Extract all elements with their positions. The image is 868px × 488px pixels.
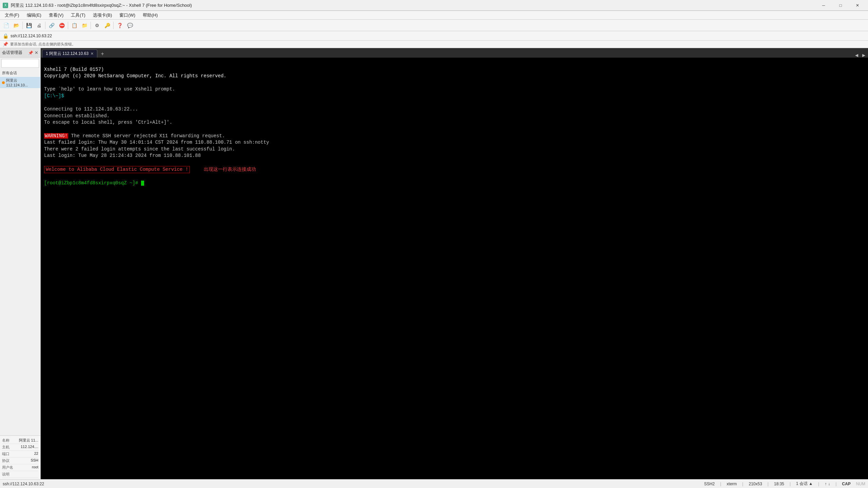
tab-1-close[interactable]: ✕	[91, 52, 94, 56]
status-transfer-icons: ↑ ↓	[825, 482, 830, 486]
terminal-line-warning: WARNING! The remote SSH server rejected …	[44, 133, 225, 139]
menu-view[interactable]: 查看(V)	[45, 11, 67, 19]
status-time-value: 18:35	[774, 482, 784, 486]
terminal-line-2: Copyright (c) 2020 NetSarang Computer, I…	[44, 73, 226, 79]
sidebar-pin-icon[interactable]: 📌	[28, 50, 33, 55]
terminal-line-failed-attempts: There were 2 failed login attempts since…	[44, 146, 235, 152]
toolbar-key-mgr[interactable]: 🔑	[102, 21, 112, 30]
tab-nav-right[interactable]: ▶	[861, 53, 867, 58]
terminal-line-escape: To escape to local shell, press 'Ctrl+Al…	[44, 120, 172, 125]
tab-1[interactable]: 1 阿里云 112.124.10.63 ✕	[42, 49, 97, 58]
info-label-protocol: 协议	[2, 458, 9, 463]
app-icon: X	[3, 3, 8, 8]
info-label-port: 端口	[2, 451, 9, 456]
terminal-content[interactable]: Xshell 7 (Build 0157) Copyright (c) 2020…	[41, 58, 868, 479]
download-icon: ↓	[828, 482, 830, 486]
status-connection: ssh://112.124.10.63:22	[3, 482, 700, 486]
toolbar-disconnect[interactable]: ⛔	[57, 21, 66, 30]
menu-edit[interactable]: 编辑(E)	[23, 11, 45, 19]
terminal-line-4: Type `help' to learn how to use Xshell p…	[44, 86, 175, 92]
menu-file[interactable]: 文件(F)	[1, 11, 23, 19]
status-sep-1: |	[720, 482, 721, 486]
info-row-name: 名称 阿里云 11...	[2, 437, 38, 444]
prompt-text: [root@iZbp1c8m4fd8sxirpxq0sqZ ~]#	[44, 180, 141, 186]
address-bar: 🔒 ssh://112.124.10.63:22	[0, 31, 868, 41]
menu-help[interactable]: 帮助(H)	[139, 11, 161, 19]
session-active-dot	[2, 81, 5, 84]
terminal-cursor	[141, 181, 144, 186]
toolbar-print[interactable]: 🖨	[34, 21, 44, 30]
info-label-host: 主机	[2, 445, 9, 450]
toolbar-settings[interactable]: ⚙	[92, 21, 102, 30]
terminal-area: 1 阿里云 112.124.10.63 ✕ + ◀ ▶ Xshell 7 (Bu…	[41, 48, 868, 479]
info-label-username: 用户名	[2, 465, 13, 470]
toolbar-sep-4	[91, 22, 91, 29]
info-row-host: 主机 112.124....	[2, 444, 38, 451]
session-name: 阿里云 112.124.10...	[6, 78, 38, 87]
status-sep-6: |	[835, 482, 836, 486]
toolbar-sep-1	[22, 22, 23, 29]
welcome-box: Welcome to Alibaba Cloud Elastic Compute…	[44, 166, 190, 174]
info-value-host: 112.124....	[21, 445, 38, 450]
session-info-panel: 名称 阿里云 11... 主机 112.124.... 端口 22 协议 SSH…	[0, 435, 40, 479]
info-row-username: 用户名 root	[2, 464, 38, 471]
toolbar-open[interactable]: 📂	[12, 21, 21, 30]
tab-nav-left[interactable]: ◀	[854, 53, 860, 58]
info-row-protocol: 协议 SSH	[2, 458, 38, 464]
tab-bar: 1 阿里云 112.124.10.63 ✕ + ◀ ▶	[41, 48, 868, 58]
session-item-alicloud[interactable]: 阿里云 112.124.10...	[0, 77, 40, 88]
toolbar-session-mgr[interactable]: 📋	[70, 21, 79, 30]
session-manager-sidebar: 会话管理器 📌 ✕ 🔍 所有会话 阿里云 112.124.10... 名称 阿里…	[0, 48, 41, 479]
status-encoding-value: xterm	[727, 482, 737, 486]
status-sep-2: |	[742, 482, 743, 486]
terminal-line-last-login: Last login: Tue May 28 21:24:43 2024 fro…	[44, 153, 201, 158]
terminal-line-prompt: [root@iZbp1c8m4fd8sxirpxq0sqZ ~]#	[44, 180, 144, 186]
title-bar: X 阿里云 112.124.10.63 - root@iZbp1c8m4fd8s…	[0, 0, 868, 11]
toolbar-transfer[interactable]: 📁	[80, 21, 89, 30]
status-sessions: 1 会话 ▲	[796, 481, 813, 487]
sidebar-header: 会话管理器 📌 ✕	[0, 48, 40, 58]
toolbar-save[interactable]: 💾	[24, 21, 34, 30]
info-label-note: 说明	[2, 472, 9, 477]
status-sep-4: |	[790, 482, 791, 486]
sidebar-close-icon[interactable]: ✕	[35, 50, 38, 55]
all-sessions-item[interactable]: 所有会话	[0, 69, 40, 77]
close-button[interactable]: ✕	[850, 0, 865, 11]
info-value-username: root	[32, 465, 38, 470]
status-protocol-value: SSH2	[704, 482, 715, 486]
minimize-button[interactable]: ─	[816, 0, 831, 11]
tab-add-button[interactable]: +	[99, 50, 106, 58]
toolbar-connect[interactable]: 🔗	[47, 21, 56, 30]
status-sep-5: |	[818, 482, 819, 486]
menu-bar: 文件(F) 编辑(E) 查看(V) 工具(T) 选项卡(B) 窗口(W) 帮助(…	[0, 11, 868, 20]
toolbar-help[interactable]: ❓	[115, 21, 124, 30]
tab-1-label: 1 阿里云 112.124.10.63	[46, 51, 88, 57]
success-note: 出现这一行表示连接成功	[204, 167, 256, 172]
toolbar: 📄 📂 💾 🖨 🔗 ⛔ 📋 📁 ⚙ 🔑 ❓ 💬	[0, 20, 868, 31]
toolbar-sep-3	[68, 22, 68, 29]
sidebar-search-box[interactable]: 🔍	[1, 59, 39, 68]
status-encoding: xterm	[727, 482, 737, 486]
menu-tools[interactable]: 工具(T)	[67, 11, 89, 19]
lock-icon: 🔒	[3, 33, 8, 39]
terminal-line-1: Xshell 7 (Build 0157)	[44, 67, 104, 72]
status-protocol: SSH2	[704, 482, 715, 486]
terminal-line-connecting: Connecting to 112.124.10.63:22...	[44, 106, 138, 112]
toolbar-chat[interactable]: 💬	[125, 21, 135, 30]
info-value-port: 22	[34, 451, 38, 456]
info-row-port: 端口 22	[2, 451, 38, 458]
main-content: 会话管理器 📌 ✕ 🔍 所有会话 阿里云 112.124.10... 名称 阿里…	[0, 48, 868, 479]
tab-navigation: ◀ ▶	[854, 53, 867, 58]
menu-window[interactable]: 窗口(W)	[116, 11, 139, 19]
warning-badge: WARNING!	[44, 133, 68, 139]
status-right: SSH2 | xterm | 210x53 | 18:35 | 1 会话 ▲ |…	[704, 481, 865, 487]
status-time: 18:35	[774, 482, 784, 486]
restore-button[interactable]: □	[833, 0, 848, 11]
sidebar-title: 会话管理器	[2, 50, 27, 56]
menu-tabs[interactable]: 选项卡(B)	[90, 11, 115, 19]
terminal-line-welcome: Welcome to Alibaba Cloud Elastic Compute…	[44, 167, 256, 172]
num-indicator: NUM	[856, 482, 865, 486]
toolbar-new[interactable]: 📄	[1, 21, 11, 30]
status-dimensions: 210x53	[749, 482, 762, 486]
toolbar-sep-2	[45, 22, 45, 29]
